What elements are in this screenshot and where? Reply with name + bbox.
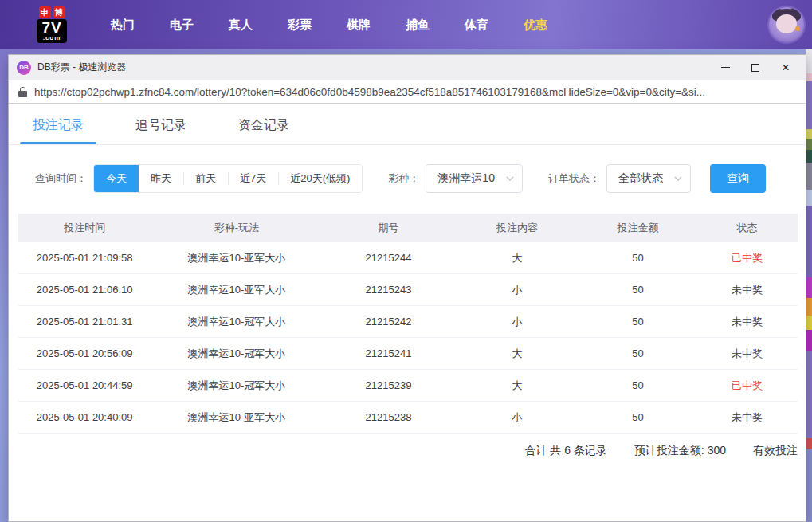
- maximize-icon: [751, 64, 759, 72]
- cell-bet-content: 大: [455, 347, 579, 361]
- nav-item-hot[interactable]: 热门: [93, 10, 152, 41]
- table-row: 2025-05-01 21:09:58澳洲幸运10-亚军大小21215244大5…: [18, 242, 798, 274]
- site-nav: 热门 电子 真人 彩票 棋牌 捕鱼 体育 优惠: [93, 10, 565, 41]
- time-option-20days[interactable]: 近20天(低频): [278, 165, 362, 192]
- tab-bet-records[interactable]: 投注记录: [25, 106, 92, 144]
- order-status-value: 全部状态: [618, 171, 663, 186]
- nav-item-slots[interactable]: 电子: [152, 10, 211, 41]
- bg-fragment: [806, 298, 812, 316]
- logo-main-text: 7V: [41, 20, 61, 35]
- logo-sub-text: .com: [41, 35, 61, 41]
- cell-status: 已中奖: [696, 379, 798, 393]
- cell-bet-amount: 50: [579, 347, 696, 359]
- close-button[interactable]: ×: [771, 57, 801, 79]
- lottery-select[interactable]: 澳洲幸运10: [426, 164, 523, 193]
- cell-status: 已中奖: [696, 251, 798, 265]
- cell-game-play: 澳洲幸运10-冠军大小: [151, 347, 322, 361]
- cell-status: 未中奖: [696, 410, 798, 425]
- search-button[interactable]: 查询: [710, 164, 766, 193]
- nav-item-live[interactable]: 真人: [211, 10, 270, 41]
- close-icon: ×: [782, 61, 790, 74]
- cell-bet-time: 2025-05-01 21:09:58: [18, 252, 151, 264]
- cell-bet-amount: 50: [579, 316, 696, 328]
- cell-issue: 21215244: [322, 252, 454, 264]
- header-issue: 期号: [322, 221, 454, 235]
- minimize-icon: [721, 67, 730, 68]
- cell-bet-amount: 50: [579, 411, 696, 423]
- nav-item-cards[interactable]: 棋牌: [329, 10, 388, 41]
- bg-fragment: [806, 73, 812, 81]
- table-row: 2025-05-01 20:44:59澳洲幸运10-冠军大小21215239大5…: [18, 370, 798, 402]
- maximize-button[interactable]: [740, 57, 771, 79]
- cell-issue: 21215238: [322, 411, 454, 423]
- nav-item-fishing[interactable]: 捕鱼: [388, 10, 447, 41]
- nav-item-lottery[interactable]: 彩票: [270, 10, 329, 41]
- user-avatar[interactable]: [767, 6, 806, 44]
- bg-fragment: [806, 129, 812, 139]
- bg-fragment: [806, 81, 812, 129]
- avatar-earring: [795, 26, 800, 31]
- summary-total-count: 合计 共 6 条记录: [524, 444, 606, 458]
- lottery-select-value: 澳洲幸运10: [437, 171, 495, 186]
- browser-window: DB DB彩票 - 极速浏览器 × https://ctop02pchwp1.z…: [8, 54, 806, 522]
- summary-expected-amount: 预计投注金额: 300: [634, 444, 726, 458]
- time-filter-group: 今天 昨天 前天 近7天 近20天(低频): [93, 164, 363, 193]
- time-option-7days[interactable]: 近7天: [228, 165, 278, 192]
- table-summary: 合计 共 6 条记录 预计投注金额: 300 有效投注金: [18, 435, 798, 467]
- window-controls: ×: [710, 57, 801, 79]
- bg-fragment: [806, 190, 812, 206]
- url-text[interactable]: https://ctop02pchwp1.zfnc84.com/lottery/…: [34, 86, 796, 98]
- header-bet-amount: 投注金额: [579, 221, 696, 235]
- table-row: 2025-05-01 21:01:31澳洲幸运10-冠军大小21215242小5…: [18, 306, 798, 338]
- avatar-face: [776, 14, 797, 33]
- app-icon: DB: [17, 61, 31, 75]
- cell-game-play: 澳洲幸运10-冠军大小: [151, 315, 322, 329]
- bet-records-table: 投注时间 彩种-玩法 期号 投注内容 投注金额 状态 2025-05-01 21…: [18, 214, 798, 467]
- bg-fragment: [806, 206, 812, 277]
- table-row: 2025-05-01 20:56:09澳洲幸运10-冠军大小21215241大5…: [18, 338, 798, 370]
- page-content: 投注记录 追号记录 资金记录 查询时间： 今天 昨天 前天 近7天 近20天(低…: [9, 104, 806, 521]
- logo-squares: 申 博: [39, 6, 65, 18]
- bet-table-body: 2025-05-01 21:09:58澳洲幸运10-亚军大小21215244大5…: [18, 242, 798, 434]
- bg-fragment: [806, 49, 812, 73]
- time-option-yesterday[interactable]: 昨天: [139, 165, 183, 192]
- logo-square-bo: 博: [53, 6, 65, 18]
- time-option-today[interactable]: 今天: [94, 165, 139, 192]
- cell-issue: 21215242: [322, 316, 454, 328]
- nav-item-promo[interactable]: 优惠: [506, 10, 565, 41]
- address-bar[interactable]: https://ctop02pchwp1.zfnc84.com/lottery/…: [9, 80, 806, 104]
- time-option-day-before[interactable]: 前天: [183, 165, 228, 192]
- logo-box: 7V .com: [37, 19, 66, 43]
- table-header-row: 投注时间 彩种-玩法 期号 投注内容 投注金额 状态: [18, 214, 798, 242]
- bg-fragment: [806, 316, 812, 330]
- cell-bet-content: 大: [455, 251, 579, 265]
- filter-bar: 查询时间： 今天 昨天 前天 近7天 近20天(低频) 彩种： 澳洲幸运10 订…: [9, 145, 806, 193]
- cell-status: 未中奖: [696, 315, 798, 329]
- site-logo[interactable]: 申 博 7V .com: [28, 6, 76, 43]
- lottery-filter-label: 彩种：: [388, 171, 419, 186]
- cell-game-play: 澳洲幸运10-亚军大小: [151, 283, 322, 297]
- tab-fund-records[interactable]: 资金记录: [230, 106, 297, 144]
- nav-item-sports[interactable]: 体育: [447, 10, 506, 41]
- minimize-button[interactable]: [710, 57, 740, 79]
- cell-game-play: 澳洲幸运10-亚军大小: [151, 251, 322, 265]
- cell-game-play: 澳洲幸运10-亚军大小: [151, 410, 322, 425]
- cell-bet-time: 2025-05-01 20:56:09: [18, 347, 151, 359]
- order-status-select[interactable]: 全部状态: [606, 164, 691, 193]
- tab-chase-records[interactable]: 追号记录: [127, 106, 194, 144]
- cell-bet-content: 大: [455, 379, 579, 393]
- summary-valid-amount: 有效投注金: [753, 444, 798, 458]
- bg-fragment: [806, 449, 812, 522]
- ssl-lock-icon[interactable]: [18, 87, 27, 97]
- table-row: 2025-05-01 20:40:09澳洲幸运10-亚军大小21215238小5…: [18, 402, 798, 434]
- cell-game-play: 澳洲幸运10-冠军大小: [151, 379, 322, 393]
- background-page-strip: [806, 49, 812, 522]
- cell-issue: 21215239: [322, 379, 454, 391]
- header-status: 状态: [696, 221, 798, 235]
- window-title-bar: DB DB彩票 - 极速浏览器 ×: [9, 55, 806, 80]
- cell-bet-amount: 50: [579, 379, 696, 391]
- cell-bet-time: 2025-05-01 21:01:31: [18, 316, 151, 328]
- time-filter-label: 查询时间：: [35, 171, 87, 186]
- bg-fragment: [806, 330, 812, 351]
- cell-status: 未中奖: [696, 347, 798, 361]
